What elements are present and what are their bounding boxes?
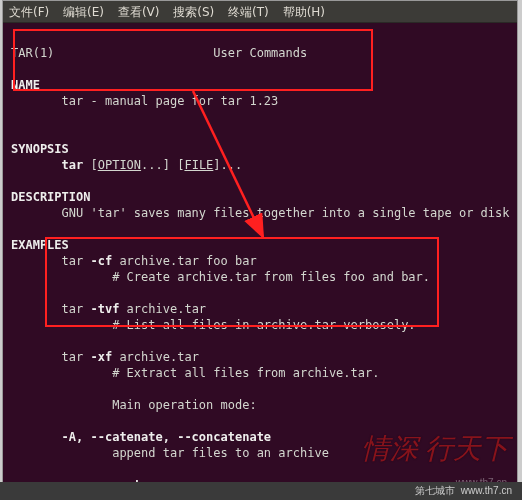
- terminal-content[interactable]: TAR(1) User Commands NAME tar - manual p…: [3, 23, 517, 500]
- page-footer: 第七城市 www.th7.cn: [0, 482, 522, 500]
- name-line: tar - manual page for tar 1.23: [62, 94, 279, 108]
- man-header-left: TAR(1): [11, 46, 54, 60]
- terminal-window: 文件(F) 编辑(E) 查看(V) 搜索(S) 终端(T) 帮助(H) TAR(…: [2, 0, 518, 497]
- description-line: GNU 'tar' saves many files together into…: [62, 206, 510, 220]
- menu-edit[interactable]: 编辑(E): [63, 5, 104, 19]
- synopsis-cmd: tar: [62, 158, 84, 172]
- synopsis-file: FILE: [184, 158, 213, 172]
- synopsis-option: OPTION: [98, 158, 141, 172]
- section-description: DESCRIPTION: [11, 190, 90, 204]
- example1-cmd: tar -cf archive.tar foo bar: [62, 254, 257, 268]
- opt-A-desc: append tar files to an archive: [112, 446, 329, 460]
- menu-help[interactable]: 帮助(H): [283, 5, 325, 19]
- section-name: NAME: [11, 78, 40, 92]
- example3-note: # Extract all files from archive.tar.: [112, 366, 379, 380]
- opt-A-flags: -A, --catenate, --concatenate: [62, 430, 272, 444]
- section-synopsis: SYNOPSIS: [11, 142, 69, 156]
- footer-url: www.th7.cn: [461, 485, 512, 496]
- example1-note: # Create archive.tar from files foo and …: [112, 270, 430, 284]
- man-header-center: User Commands: [213, 46, 307, 60]
- menu-view[interactable]: 查看(V): [118, 5, 160, 19]
- menu-search[interactable]: 搜索(S): [173, 5, 214, 19]
- menubar: 文件(F) 编辑(E) 查看(V) 搜索(S) 终端(T) 帮助(H): [3, 1, 517, 23]
- example2-cmd: tar -tvf archive.tar: [62, 302, 207, 316]
- section-examples: EXAMPLES: [11, 238, 69, 252]
- menu-file[interactable]: 文件(F): [9, 5, 49, 19]
- example2-note: # List all files in archive.tar verbosel…: [112, 318, 415, 332]
- example3-cmd: tar -xf archive.tar: [62, 350, 199, 364]
- menu-terminal[interactable]: 终端(T): [228, 5, 269, 19]
- footer-brand: 第七城市: [415, 485, 455, 496]
- mode-heading: Main operation mode:: [112, 398, 257, 412]
